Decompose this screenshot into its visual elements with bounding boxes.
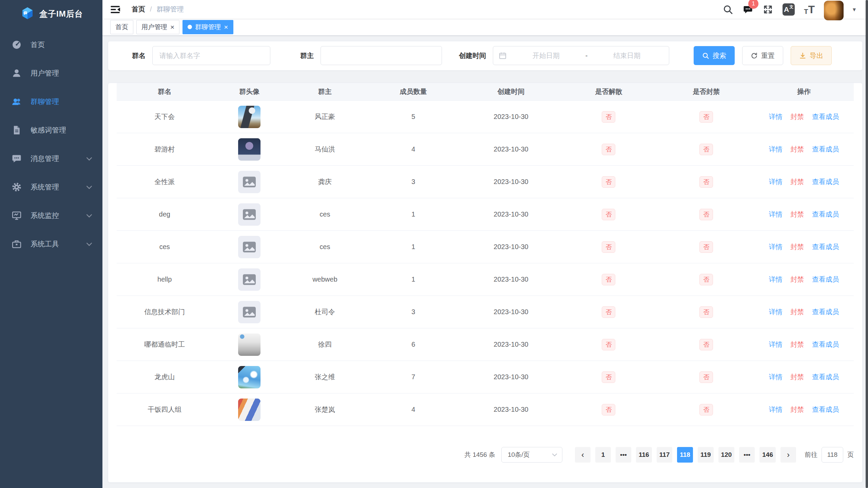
collapse-sidebar-button[interactable]	[110, 4, 121, 15]
cell-group-name: hellp	[117, 263, 212, 296]
next-page-button[interactable]: ›	[780, 447, 796, 463]
sidebar-item-system-mgmt[interactable]: 系统管理	[0, 173, 102, 201]
search-button[interactable]: 搜索	[694, 46, 735, 65]
detail-link[interactable]: 详情	[769, 243, 783, 250]
fullscreen-icon[interactable]	[763, 4, 773, 15]
page-button-current[interactable]: 118	[677, 447, 693, 463]
detail-link[interactable]: 详情	[769, 210, 783, 218]
font-size-icon[interactable]: TT	[804, 4, 815, 15]
ban-link[interactable]: 封禁	[790, 113, 804, 120]
cell-created: 2023-10-30	[463, 361, 559, 393]
logo[interactable]: 盒子IM后台	[0, 0, 102, 28]
tab-user-mgmt[interactable]: 用户管理 ×	[136, 20, 179, 34]
close-icon[interactable]: ×	[170, 23, 174, 30]
ban-link[interactable]: 封禁	[790, 210, 804, 218]
group-name-input[interactable]	[152, 46, 270, 65]
start-date-placeholder[interactable]: 开始日期	[509, 51, 583, 60]
page-button-117[interactable]: 117	[657, 447, 673, 463]
messages-icon[interactable]: 1	[742, 4, 753, 15]
view-members-link[interactable]: 查看成员	[812, 276, 839, 283]
view-members-link[interactable]: 查看成员	[812, 341, 839, 348]
table-header-row: 群名 群头像 群主 成员数量 创建时间 是否解散 是否封禁 操作	[117, 83, 854, 101]
ban-link[interactable]: 封禁	[790, 341, 804, 348]
language-icon[interactable]: A文	[783, 3, 795, 16]
detail-link[interactable]: 详情	[769, 373, 783, 381]
jump-page-input[interactable]	[822, 447, 843, 463]
breadcrumb-home[interactable]: 首页	[132, 5, 145, 14]
date-range-picker[interactable]: 开始日期 - 结束日期	[493, 46, 669, 65]
more-pages-right[interactable]: •••	[739, 447, 755, 463]
view-members-link[interactable]: 查看成员	[812, 373, 839, 381]
chat-icon	[12, 154, 22, 164]
detail-link[interactable]: 详情	[769, 406, 783, 413]
detail-link[interactable]: 详情	[769, 276, 783, 283]
page-scrollbar[interactable]	[866, 0, 868, 488]
ban-link[interactable]: 封禁	[790, 308, 804, 316]
jump-suffix: 页	[847, 450, 854, 459]
detail-link[interactable]: 详情	[769, 308, 783, 316]
export-button[interactable]: 导出	[791, 46, 832, 65]
view-members-link[interactable]: 查看成员	[812, 178, 839, 185]
sidebar: 盒子IM后台 首页 用户管理 群聊管理	[0, 0, 102, 488]
sidebar-item-group-mgmt[interactable]: 群聊管理	[0, 87, 102, 116]
view-members-link[interactable]: 查看成员	[812, 145, 839, 153]
ban-link[interactable]: 封禁	[790, 145, 804, 153]
detail-link[interactable]: 详情	[769, 341, 783, 348]
image-placeholder-icon	[243, 274, 256, 285]
table-row: 哪都通临时工 徐四 6 2023-10-30 否 否 详情 封禁 查看成员	[117, 328, 854, 361]
detail-link[interactable]: 详情	[769, 178, 783, 185]
dissolved-tag: 否	[602, 306, 615, 318]
detail-link[interactable]: 详情	[769, 145, 783, 153]
view-members-link[interactable]: 查看成员	[812, 406, 839, 413]
prev-page-button[interactable]: ‹	[575, 447, 591, 463]
breadcrumb: 首页 / 群聊管理	[132, 5, 184, 14]
page-button-1[interactable]: 1	[595, 447, 611, 463]
dissolved-tag: 否	[602, 111, 615, 123]
avatar[interactable]	[824, 1, 844, 20]
ban-link[interactable]: 封禁	[790, 373, 804, 381]
cell-group-name: 全性派	[117, 166, 212, 198]
search-icon[interactable]	[722, 4, 733, 15]
ban-link[interactable]: 封禁	[790, 406, 804, 413]
navbar-actions: 1 A文 TT ▾	[722, 0, 856, 20]
end-date-placeholder[interactable]: 结束日期	[590, 51, 663, 60]
sidebar-item-home[interactable]: 首页	[0, 30, 102, 59]
ban-link[interactable]: 封禁	[790, 178, 804, 185]
close-icon[interactable]: ×	[224, 23, 228, 30]
group-avatar	[238, 268, 261, 291]
view-members-link[interactable]: 查看成员	[812, 243, 839, 250]
page-button-116[interactable]: 116	[636, 447, 652, 463]
page-size-select[interactable]: 10条/页	[501, 447, 562, 463]
cell-created: 2023-10-30	[463, 296, 559, 328]
avatar-caret-icon[interactable]: ▾	[853, 6, 856, 13]
chevron-down-icon	[86, 242, 92, 246]
sidebar-item-sensitive-words[interactable]: 敏感词管理	[0, 116, 102, 144]
cell-group-name: 龙虎山	[117, 361, 212, 393]
users-icon	[12, 97, 22, 107]
tab-home[interactable]: 首页	[110, 20, 133, 34]
sidebar-item-system-monitor[interactable]: 系统监控	[0, 201, 102, 230]
more-pages-left[interactable]: •••	[616, 447, 631, 463]
cell-created: 2023-10-30	[463, 166, 559, 198]
owner-input[interactable]	[321, 46, 442, 65]
logo-icon	[21, 7, 34, 21]
reset-button[interactable]: 重置	[742, 46, 783, 65]
page-button-120[interactable]: 120	[718, 447, 735, 463]
tab-group-mgmt[interactable]: 群聊管理 ×	[182, 20, 233, 34]
dissolved-tag: 否	[602, 144, 615, 155]
page-button-119[interactable]: 119	[698, 447, 714, 463]
dissolved-tag: 否	[602, 209, 615, 220]
view-members-link[interactable]: 查看成员	[812, 210, 839, 218]
sidebar-item-system-tools[interactable]: 系统工具	[0, 230, 102, 258]
sidebar-item-users-mgmt[interactable]: 用户管理	[0, 59, 102, 87]
ban-link[interactable]: 封禁	[790, 243, 804, 250]
detail-link[interactable]: 详情	[769, 113, 783, 120]
filter-card: 群名 群主 创建时间 开始日期 - 结束日期 搜索 重置	[108, 41, 863, 70]
table-row: 信息技术部门 杜司令 3 2023-10-30 否 否 详情 封禁 查看成员	[117, 296, 854, 328]
page-button-146[interactable]: 146	[759, 447, 776, 463]
ban-link[interactable]: 封禁	[790, 276, 804, 283]
view-members-link[interactable]: 查看成员	[812, 113, 839, 120]
view-members-link[interactable]: 查看成员	[812, 308, 839, 316]
sidebar-item-message-mgmt[interactable]: 消息管理	[0, 144, 102, 173]
search-icon	[702, 52, 709, 59]
